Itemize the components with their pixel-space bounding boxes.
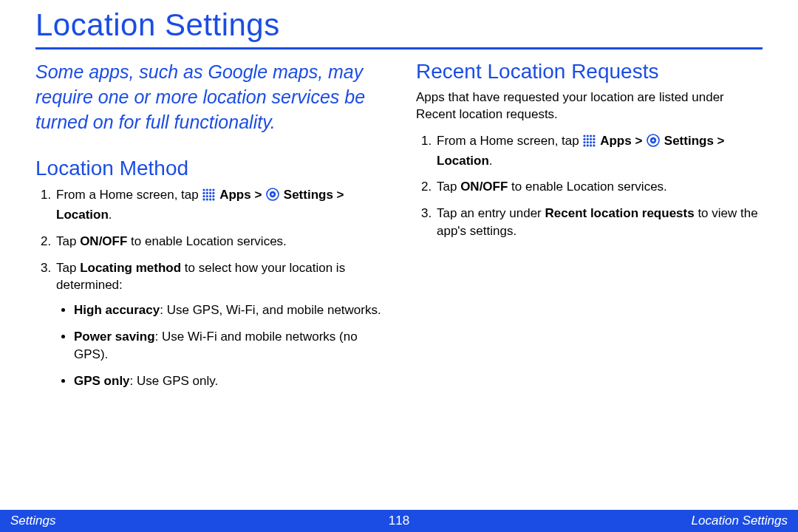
apps-label: Apps [600, 134, 632, 148]
svg-point-6 [209, 192, 211, 194]
svg-point-3 [213, 189, 215, 191]
svg-point-31 [584, 144, 586, 146]
svg-point-8 [203, 195, 205, 197]
step-item: Tap an entry under Recent location reque… [435, 205, 763, 240]
svg-point-13 [206, 199, 208, 201]
steps-recent-requests: From a Home screen, tap Apps > Settings … [416, 132, 763, 240]
steps-location-method: From a Home screen, tap Apps > Settings … [35, 186, 382, 389]
separator: > [333, 188, 344, 202]
onoff-label: ON/OFF [80, 234, 127, 248]
onoff-label: ON/OFF [460, 180, 508, 194]
bullet-text: : Use GPS, Wi-Fi, and mobile networks. [160, 303, 381, 317]
svg-point-37 [652, 139, 654, 141]
separator: > [251, 188, 265, 202]
intro-paragraph: Some apps, such as Google maps, may requ… [35, 60, 382, 134]
bullet-label: GPS only [74, 374, 130, 388]
period: . [109, 208, 112, 222]
svg-point-11 [213, 195, 215, 197]
svg-point-15 [213, 199, 215, 201]
bullet-item: High accuracy: Use GPS, Wi-Fi, and mobil… [74, 301, 382, 319]
svg-point-24 [587, 138, 589, 140]
svg-point-0 [203, 189, 205, 191]
svg-point-14 [209, 199, 211, 201]
svg-point-2 [209, 189, 211, 191]
location-label: Location [437, 154, 489, 168]
title-rule [35, 47, 763, 50]
step-text: Tap an entry under [437, 206, 545, 220]
section-intro: Apps that have requested your location a… [416, 89, 763, 123]
step-text: Tap [437, 180, 460, 194]
step-text: Tap [56, 234, 80, 248]
page: Location Settings Some apps, such as Goo… [0, 0, 798, 532]
svg-point-5 [206, 192, 208, 194]
step-item: From a Home screen, tap Apps > Settings … [55, 186, 382, 224]
svg-point-12 [203, 199, 205, 201]
svg-point-18 [271, 194, 273, 196]
separator: > [714, 134, 725, 148]
period: . [489, 154, 493, 168]
locating-method-label: Locating method [80, 261, 181, 275]
svg-point-22 [593, 134, 596, 137]
apps-label: Apps [219, 188, 251, 202]
svg-point-25 [590, 138, 592, 140]
step-item: Tap ON/OFF to enable Location services. [435, 178, 763, 196]
recent-requests-label: Recent location requests [545, 206, 694, 220]
svg-point-29 [590, 141, 592, 143]
settings-label: Settings [664, 134, 714, 148]
footer-page-number: 118 [389, 514, 409, 528]
bullet-item: Power saving: Use Wi-Fi and mobile netwo… [74, 328, 382, 364]
section-heading-recent-requests: Recent Location Requests [416, 60, 763, 83]
svg-point-26 [593, 138, 596, 140]
bullet-label: High accuracy [74, 303, 160, 317]
svg-point-30 [593, 141, 596, 143]
bullet-label: Power saving [74, 330, 155, 344]
footer-left: Settings [10, 514, 55, 528]
svg-point-20 [587, 134, 589, 137]
settings-gear-icon [647, 134, 660, 152]
svg-point-23 [584, 138, 586, 140]
step-item: From a Home screen, tap Apps > Settings … [435, 132, 763, 170]
footer-right: Location Settings [692, 514, 788, 528]
section-heading-location-method: Location Method [35, 157, 382, 180]
separator: > [632, 134, 646, 148]
svg-point-19 [584, 134, 586, 137]
settings-label: Settings [284, 188, 333, 202]
step-text: to enable Location services. [127, 234, 286, 248]
left-column: Some apps, such as Google maps, may requ… [35, 60, 382, 398]
svg-point-28 [587, 141, 589, 143]
svg-point-7 [213, 192, 215, 194]
step-text: From a Home screen, tap [437, 134, 582, 148]
svg-point-10 [209, 195, 211, 197]
settings-gear-icon [266, 188, 279, 206]
svg-point-4 [203, 192, 205, 194]
apps-grid-icon [583, 134, 596, 152]
two-column-layout: Some apps, such as Google maps, may requ… [35, 60, 763, 398]
right-column: Recent Location Requests Apps that have … [416, 60, 763, 398]
svg-point-27 [584, 141, 586, 143]
svg-point-21 [590, 134, 592, 137]
bullet-item: GPS only: Use GPS only. [74, 372, 382, 390]
method-bullets: High accuracy: Use GPS, Wi-Fi, and mobil… [56, 301, 382, 389]
step-item: Tap Locating method to select how your l… [55, 259, 382, 390]
svg-point-1 [206, 189, 208, 191]
step-item: Tap ON/OFF to enable Location services. [55, 233, 382, 250]
step-text: From a Home screen, tap [56, 188, 202, 202]
bullet-text: : Use GPS only. [130, 374, 219, 388]
svg-point-33 [590, 144, 592, 146]
location-label: Location [56, 208, 109, 222]
page-footer: Settings 118 Location Settings [0, 510, 798, 532]
svg-point-9 [206, 195, 208, 197]
page-title: Location Settings [35, 7, 763, 43]
step-text: Tap [56, 261, 80, 275]
step-text: to enable Location services. [508, 180, 666, 194]
apps-grid-icon [202, 188, 215, 206]
svg-point-34 [593, 144, 596, 146]
svg-point-32 [587, 144, 589, 146]
content-area: Location Settings Some apps, such as Goo… [0, 0, 798, 398]
